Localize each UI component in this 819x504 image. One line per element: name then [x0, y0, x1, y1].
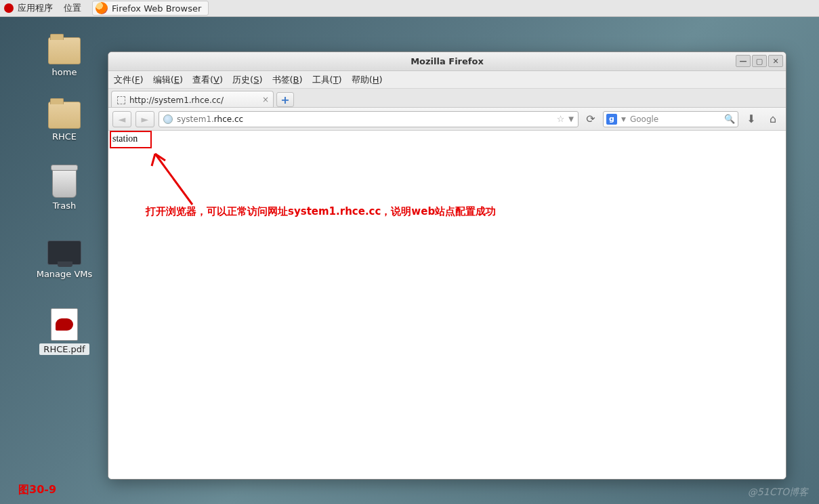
page-content: station 打开浏览器，可以正常访问网址system1.rhce.cc，说明… [108, 131, 786, 479]
figure-label: 图30-9 [18, 483, 56, 497]
menu-places[interactable]: 位置 [64, 2, 81, 14]
annotation-box [110, 131, 152, 148]
google-icon: g [606, 114, 617, 125]
browser-tab[interactable]: http://system1.rhce.cc/ × [111, 91, 274, 107]
annotation-text: 打开浏览器，可以正常访问网址system1.rhce.cc，说明web站点配置成… [146, 205, 496, 218]
desktop-label: RHCE.pdf [39, 343, 89, 355]
search-box[interactable]: g ▼ Google 🔍 [603, 111, 738, 127]
folder-icon [48, 37, 81, 64]
annotation-arrow [145, 147, 206, 208]
menu-applications[interactable]: 应用程序 [18, 2, 53, 14]
reload-button[interactable]: ⟳ [583, 112, 599, 127]
desktop-icon-rhcepdf[interactable]: RHCE.pdf [27, 308, 102, 355]
window-titlebar[interactable]: Mozilla Firefox — ▢ ✕ [108, 52, 786, 71]
bookmark-star-icon[interactable]: ☆ [557, 114, 565, 124]
desktop-icon-rhce[interactable]: RHCE [27, 102, 102, 142]
redhat-icon [4, 3, 14, 13]
folder-icon [48, 102, 81, 129]
tab-bar: http://system1.rhce.cc/ × + [108, 89, 786, 108]
desktop-label: RHCE [27, 131, 102, 142]
desktop-icon-trash[interactable]: Trash [27, 168, 102, 211]
desktop-label: Manage VMs [27, 269, 102, 279]
url-bar[interactable]: system1.rhce.cc ☆ ▼ [159, 111, 579, 127]
menu-history[interactable]: 历史(S) [232, 74, 262, 86]
window-title: Mozilla Firefox [411, 56, 484, 66]
forward-button[interactable]: ► [135, 111, 154, 127]
trash-icon [52, 168, 77, 198]
pdf-icon [51, 308, 78, 341]
search-engine-dropdown-icon[interactable]: ▼ [621, 116, 626, 123]
window-maximize-button[interactable]: ▢ [752, 55, 767, 67]
taskbar-firefox[interactable]: Firefox Web Browser [92, 1, 209, 16]
url-dropdown-icon[interactable]: ▼ [568, 115, 574, 123]
watermark: @51CTO博客 [748, 486, 808, 499]
tab-close-icon[interactable]: × [262, 95, 269, 104]
globe-icon [163, 114, 173, 124]
desktop-icon-home[interactable]: home [27, 37, 102, 77]
home-button[interactable]: ⌂ [764, 111, 782, 127]
menu-bookmarks[interactable]: 书签(B) [272, 74, 303, 86]
navigation-toolbar: ◄ ► system1.rhce.cc ☆ ▼ ⟳ g ▼ Google 🔍 ⬇… [108, 108, 786, 131]
menu-view[interactable]: 查看(V) [192, 74, 223, 86]
taskbar-firefox-label: Firefox Web Browser [112, 3, 201, 14]
firefox-icon [96, 2, 108, 14]
search-placeholder: Google [630, 114, 658, 124]
url-text: system1.rhce.cc [177, 114, 243, 124]
desktop-icon-managevms[interactable]: Manage VMs [27, 240, 102, 279]
back-button[interactable]: ◄ [112, 111, 131, 127]
menu-edit[interactable]: 编辑(E) [153, 74, 183, 86]
window-close-button[interactable]: ✕ [768, 55, 783, 67]
window-minimize-button[interactable]: — [736, 55, 751, 67]
firefox-window: Mozilla Firefox — ▢ ✕ 文件(F) 编辑(E) 查看(V) … [108, 51, 786, 480]
tab-title: http://system1.rhce.cc/ [129, 96, 224, 105]
page-icon [117, 96, 125, 104]
menubar: 文件(F) 编辑(E) 查看(V) 历史(S) 书签(B) 工具(T) 帮助(H… [108, 71, 786, 89]
system-top-panel: 应用程序 位置 Firefox Web Browser [0, 0, 819, 17]
search-icon[interactable]: 🔍 [724, 114, 735, 124]
desktop-label: Trash [27, 201, 102, 211]
menu-help[interactable]: 帮助(H) [352, 74, 383, 86]
new-tab-button[interactable]: + [276, 92, 294, 107]
desktop-label: home [27, 67, 102, 77]
menu-tools[interactable]: 工具(T) [312, 74, 342, 86]
menu-file[interactable]: 文件(F) [114, 74, 144, 86]
downloads-button[interactable]: ⬇ [742, 111, 760, 127]
vm-icon [47, 240, 81, 265]
